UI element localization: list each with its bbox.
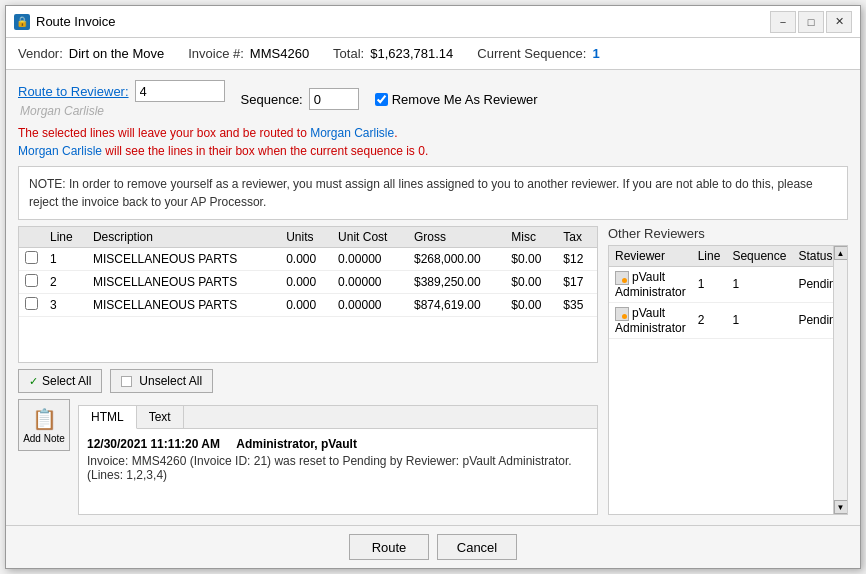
reviewer-icon xyxy=(615,307,629,321)
reviewer-sequence: 1 xyxy=(726,302,792,338)
unselect-all-label: Unselect All xyxy=(139,374,202,388)
reviewer-sequence: 1 xyxy=(726,267,792,303)
col-sequence: Sequence xyxy=(726,246,792,267)
route-row: Route to Reviewer: Morgan Carlisle Seque… xyxy=(18,80,848,118)
add-note-label: Add Note xyxy=(23,433,65,444)
remove-me-checkbox[interactable] xyxy=(375,93,388,106)
title-bar: 🔒 Route Invoice − □ ✕ xyxy=(6,6,860,38)
reviewers-scroll[interactable]: Reviewer Line Sequence Status pVault Adm… xyxy=(609,246,833,514)
sequence-input[interactable] xyxy=(309,88,359,110)
reviewer-cell: pVault Administrator xyxy=(609,302,692,338)
lines-table: Line Description Units Unit Cost Gross M… xyxy=(19,227,597,317)
unselect-all-button[interactable]: Unselect All xyxy=(110,369,213,393)
row-line: 1 xyxy=(44,248,87,271)
row-description: MISCELLANEOUS PARTS xyxy=(87,271,280,294)
col-header-unit-cost: Unit Cost xyxy=(332,227,408,248)
total-label: Total: xyxy=(333,46,364,61)
row-tax: $35 xyxy=(557,294,597,317)
route-invoice-window: 🔒 Route Invoice − □ ✕ Vendor: Dirt on th… xyxy=(5,5,861,569)
table-row: 3 MISCELLANEOUS PARTS 0.000 0.00000 $874… xyxy=(19,294,597,317)
note-author: Administrator, pVault xyxy=(236,437,357,451)
add-note-icon: 📋 xyxy=(32,407,57,431)
note-header: 12/30/2021 11:11:20 AM Administrator, pV… xyxy=(87,437,589,451)
info-line-1: The selected lines will leave your box a… xyxy=(18,124,848,142)
scroll-up-button[interactable]: ▲ xyxy=(834,246,848,260)
reviewer-input[interactable] xyxy=(135,80,225,102)
remove-me-label: Remove Me As Reviewer xyxy=(392,92,538,107)
info-text: The selected lines will leave your box a… xyxy=(18,124,848,160)
row-units: 0.000 xyxy=(280,248,332,271)
row-units: 0.000 xyxy=(280,271,332,294)
current-sequence-value: 1 xyxy=(592,46,599,61)
row-gross: $268,000.00 xyxy=(408,248,505,271)
scroll-down-button[interactable]: ▼ xyxy=(834,500,848,514)
note-body: Invoice: MMS4260 (Invoice ID: 21) was re… xyxy=(87,454,589,482)
col-header-units: Units xyxy=(280,227,332,248)
tab-text[interactable]: Text xyxy=(137,406,184,428)
row-checkbox[interactable] xyxy=(25,274,38,287)
row-unit-cost: 0.00000 xyxy=(332,294,408,317)
close-button[interactable]: ✕ xyxy=(826,11,852,33)
reviewers-table: Reviewer Line Sequence Status pVault Adm… xyxy=(609,246,833,339)
tab-html[interactable]: HTML xyxy=(79,406,137,429)
lines-scroll[interactable]: Line Description Units Unit Cost Gross M… xyxy=(19,227,597,362)
title-controls: − □ ✕ xyxy=(770,11,852,33)
total-value: $1,623,781.14 xyxy=(370,46,453,61)
lines-table-wrapper: Line Description Units Unit Cost Gross M… xyxy=(18,226,598,363)
vendor-value: Dirt on the Move xyxy=(69,46,164,61)
row-tax: $12 xyxy=(557,248,597,271)
footer: Route Cancel xyxy=(6,525,860,568)
add-note-area: 📋 Add Note HTML Text 12/30/2021 11:11:20… xyxy=(18,399,598,515)
sequence-label: Sequence: xyxy=(241,92,303,107)
invoice-field: Invoice #: MMS4260 xyxy=(188,46,309,61)
row-checkbox[interactable] xyxy=(25,251,38,264)
reviewer-name-display: Morgan Carlisle xyxy=(20,104,225,118)
row-misc: $0.00 xyxy=(505,271,557,294)
sequence-group: Sequence: xyxy=(241,88,359,110)
row-checkbox-cell xyxy=(19,248,44,271)
reviewer-cell: pVault Administrator xyxy=(609,267,692,303)
route-button[interactable]: Route xyxy=(349,534,429,560)
table-container: Line Description Units Unit Cost Gross M… xyxy=(19,227,597,362)
right-panel: Other Reviewers Reviewer Line Sequence xyxy=(608,226,848,515)
col-header-description: Description xyxy=(87,227,280,248)
table-row: 2 MISCELLANEOUS PARTS 0.000 0.00000 $389… xyxy=(19,271,597,294)
select-all-label: Select All xyxy=(42,374,91,388)
note-timestamp: 12/30/2021 11:11:20 AM xyxy=(87,437,220,451)
row-checkbox[interactable] xyxy=(25,297,38,310)
sequence-field: Current Sequence: 1 xyxy=(477,46,599,61)
window-title: Route Invoice xyxy=(36,14,116,29)
vendor-field: Vendor: Dirt on the Move xyxy=(18,46,164,61)
content-area: Route to Reviewer: Morgan Carlisle Seque… xyxy=(6,70,860,525)
cancel-button[interactable]: Cancel xyxy=(437,534,517,560)
row-tax: $17 xyxy=(557,271,597,294)
row-units: 0.000 xyxy=(280,294,332,317)
notes-content[interactable]: 12/30/2021 11:11:20 AM Administrator, pV… xyxy=(79,429,597,514)
row-checkbox-cell xyxy=(19,271,44,294)
add-note-button[interactable]: 📋 Add Note xyxy=(18,399,70,451)
col-reviewer: Reviewer xyxy=(609,246,692,267)
row-checkbox-cell xyxy=(19,294,44,317)
route-label-wrapper: Route to Reviewer: Morgan Carlisle xyxy=(18,80,225,118)
row-line: 3 xyxy=(44,294,87,317)
row-description: MISCELLANEOUS PARTS xyxy=(87,248,280,271)
minimize-button[interactable]: − xyxy=(770,11,796,33)
row-line: 2 xyxy=(44,271,87,294)
row-unit-cost: 0.00000 xyxy=(332,271,408,294)
select-all-button[interactable]: ✓ Select All xyxy=(18,369,102,393)
current-sequence-label: Current Sequence: xyxy=(477,46,586,61)
invoice-label: Invoice #: xyxy=(188,46,244,61)
unselect-all-icon xyxy=(121,376,132,387)
reviewers-scrollbar: ▲ ▼ xyxy=(833,246,847,514)
row-misc: $0.00 xyxy=(505,294,557,317)
col-header-tax: Tax xyxy=(557,227,597,248)
other-reviewers-label: Other Reviewers xyxy=(608,226,848,241)
maximize-button[interactable]: □ xyxy=(798,11,824,33)
col-header-misc: Misc xyxy=(505,227,557,248)
reviewer-line: 2 xyxy=(692,302,727,338)
col-status: Status xyxy=(792,246,833,267)
row-gross: $389,250.00 xyxy=(408,271,505,294)
vendor-label: Vendor: xyxy=(18,46,63,61)
col-header-check xyxy=(19,227,44,248)
route-to-reviewer-link[interactable]: Route to Reviewer: xyxy=(18,84,129,99)
